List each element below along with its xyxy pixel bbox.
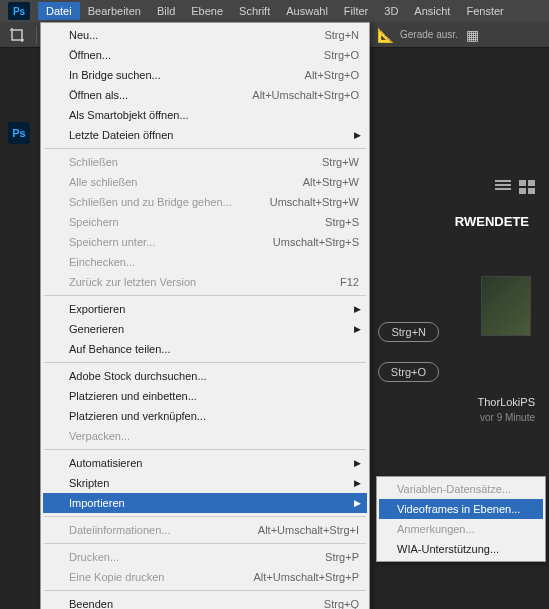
menu-item-label: In Bridge suchen... [69, 69, 305, 81]
submenu-arrow-icon: ▶ [354, 478, 361, 488]
menu-item-shortcut: Alt+Umschalt+Strg+P [254, 571, 359, 583]
menu-item-letzte-dateien-ffnen[interactable]: Letzte Dateien öffnen▶ [43, 125, 367, 145]
menu-item-label: Eine Kopie drucken [69, 571, 254, 583]
menu-separator [44, 148, 366, 149]
menu-separator [44, 362, 366, 363]
menu-item-neu[interactable]: Neu...Strg+N [43, 25, 367, 45]
menu-item-label: Öffnen... [69, 49, 324, 61]
recent-thumb-1-sub: vor 9 Minute [480, 412, 535, 423]
menu-item-label: Drucken... [69, 551, 325, 563]
new-shortcut-pill[interactable]: Strg+N [378, 322, 439, 342]
menu-item-label: Automatisieren [69, 457, 359, 469]
submenu-arrow-icon: ▶ [354, 130, 361, 140]
recent-heading: RWENDETE [455, 214, 529, 229]
menu-item-automatisieren[interactable]: Automatisieren▶ [43, 453, 367, 473]
menu-item-shortcut: F12 [340, 276, 359, 288]
menu-item-shortcut: Strg+S [325, 216, 359, 228]
menu-item-exportieren[interactable]: Exportieren▶ [43, 299, 367, 319]
menu-item-platzieren-und-verkn-pfen[interactable]: Platzieren und verknüpfen... [43, 406, 367, 426]
menu-item-shortcut: Strg+W [322, 156, 359, 168]
menu-item-label: Öffnen als... [69, 89, 252, 101]
menu-datei[interactable]: Datei [38, 2, 80, 20]
menu-item-adobe-stock-durchsuchen[interactable]: Adobe Stock durchsuchen... [43, 366, 367, 386]
menu-separator [44, 543, 366, 544]
menu-item-shortcut: Strg+N [324, 29, 359, 41]
menu-item-importieren[interactable]: Importieren▶ [43, 493, 367, 513]
menu-item-generieren[interactable]: Generieren▶ [43, 319, 367, 339]
menu-item-shortcut: Alt+Umschalt+Strg+O [252, 89, 359, 101]
grid-icon[interactable]: ▦ [464, 26, 482, 44]
straighten-icon[interactable]: 📐 [376, 26, 394, 44]
menu-separator [44, 516, 366, 517]
menu-item-platzieren-und-einbetten[interactable]: Platzieren und einbetten... [43, 386, 367, 406]
menu-ansicht[interactable]: Ansicht [406, 2, 458, 20]
menu-item-skripten[interactable]: Skripten▶ [43, 473, 367, 493]
menu-item-schlie-en: SchließenStrg+W [43, 152, 367, 172]
menu-item-shortcut: Strg+P [325, 551, 359, 563]
menu-separator [44, 295, 366, 296]
menu-item-label: Letzte Dateien öffnen [69, 129, 359, 141]
menu-item-als-smartobjekt-ffnen[interactable]: Als Smartobjekt öffnen... [43, 105, 367, 125]
menu-item-label: Einchecken... [69, 256, 359, 268]
menu-item-label: Alle schließen [69, 176, 303, 188]
menu-item-speichern-unter: Speichern unter...Umschalt+Strg+S [43, 232, 367, 252]
submenu-item-videoframes-in-ebenen[interactable]: Videoframes in Ebenen... [379, 499, 543, 519]
submenu-arrow-icon: ▶ [354, 458, 361, 468]
menu-item-label: Auf Behance teilen... [69, 343, 359, 355]
grid-view-icon[interactable] [519, 180, 535, 194]
menu-item-label: Skripten [69, 477, 359, 489]
menu-item-label: Als Smartobjekt öffnen... [69, 109, 359, 121]
submenu-item-anmerkungen: Anmerkungen... [379, 519, 543, 539]
menu-item-label: Schließen und zu Bridge gehen... [69, 196, 270, 208]
menu-separator [44, 590, 366, 591]
menu-item-dateiinformationen: Dateiinformationen...Alt+Umschalt+Strg+I [43, 520, 367, 540]
submenu-item-label: Videoframes in Ebenen... [397, 503, 535, 515]
submenu-arrow-icon: ▶ [354, 304, 361, 314]
menu-item-label: Platzieren und verknüpfen... [69, 410, 359, 422]
menu-bild[interactable]: Bild [149, 2, 183, 20]
menu-item-label: Speichern [69, 216, 325, 228]
menu-item-einchecken: Einchecken... [43, 252, 367, 272]
menu-item-verpacken: Verpacken... [43, 426, 367, 446]
submenu-item-label: Anmerkungen... [397, 523, 535, 535]
recent-thumb-1-label: ThorLokiPS [478, 396, 535, 408]
menu-item-auf-behance-teilen[interactable]: Auf Behance teilen... [43, 339, 367, 359]
recent-thumb-1[interactable] [481, 276, 531, 336]
separator [36, 26, 37, 44]
menu-bearbeiten[interactable]: Bearbeiten [80, 2, 149, 20]
menu-item-label: Adobe Stock durchsuchen... [69, 370, 359, 382]
menu-filter[interactable]: Filter [336, 2, 376, 20]
submenu-item-label: WIA-Unterstützung... [397, 543, 535, 555]
ps-icon: Ps [8, 122, 30, 144]
menu-ebene[interactable]: Ebene [183, 2, 231, 20]
menu-item-label: Verpacken... [69, 430, 359, 442]
menu-item-alle-schlie-en: Alle schließenAlt+Strg+W [43, 172, 367, 192]
menu-item-in-bridge-suchen[interactable]: In Bridge suchen...Alt+Strg+O [43, 65, 367, 85]
open-shortcut-pill[interactable]: Strg+O [378, 362, 439, 382]
submenu-item-wia-unterst-tzung[interactable]: WIA-Unterstützung... [379, 539, 543, 559]
straighten-label: Gerade ausr. [400, 29, 458, 40]
menu-item-speichern: SpeichernStrg+S [43, 212, 367, 232]
submenu-item-variablen-datens-tze: Variablen-Datensätze... [379, 479, 543, 499]
menu-separator [44, 449, 366, 450]
menu-item-beenden[interactable]: BeendenStrg+Q [43, 594, 367, 609]
submenu-arrow-icon: ▶ [354, 498, 361, 508]
menu-item-label: Platzieren und einbetten... [69, 390, 359, 402]
menu-item-ffnen[interactable]: Öffnen...Strg+O [43, 45, 367, 65]
menu-item-label: Importieren [69, 497, 359, 509]
menu-item-schlie-en-und-zu-bridge-gehen: Schließen und zu Bridge gehen...Umschalt… [43, 192, 367, 212]
submenu-arrow-icon: ▶ [354, 324, 361, 334]
menu-3d[interactable]: 3D [376, 2, 406, 20]
menu-auswahl[interactable]: Auswahl [278, 2, 336, 20]
menu-item-shortcut: Umschalt+Strg+W [270, 196, 359, 208]
menu-item-shortcut: Alt+Umschalt+Strg+I [258, 524, 359, 536]
menu-fenster[interactable]: Fenster [458, 2, 511, 20]
menu-schrift[interactable]: Schrift [231, 2, 278, 20]
file-menu-dropdown: Neu...Strg+NÖffnen...Strg+OIn Bridge suc… [40, 22, 370, 609]
crop-icon[interactable] [8, 26, 26, 44]
menu-item-ffnen-als[interactable]: Öffnen als...Alt+Umschalt+Strg+O [43, 85, 367, 105]
list-view-icon[interactable] [495, 180, 511, 194]
menu-item-label: Beenden [69, 598, 324, 609]
app-logo: Ps [8, 2, 30, 20]
menu-item-label: Zurück zur letzten Version [69, 276, 340, 288]
